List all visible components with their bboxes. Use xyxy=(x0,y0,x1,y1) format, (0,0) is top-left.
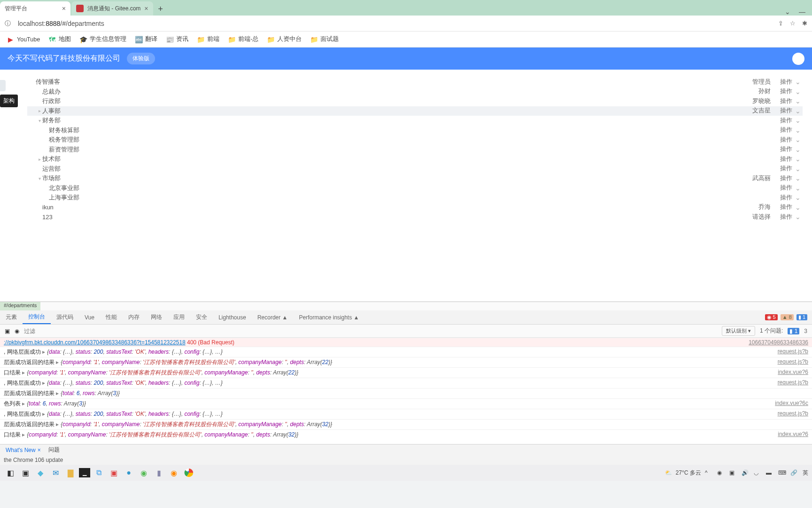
bookmark-item[interactable]: ▶YouTube xyxy=(7,36,40,43)
keyboard-icon[interactable]: ⌨ xyxy=(778,469,787,476)
app-icon[interactable]: ◉ xyxy=(137,466,150,479)
expand-icon[interactable]: ▸ xyxy=(37,157,42,162)
expand-icon[interactable]: ▸ xyxy=(22,369,25,376)
chevron-down-icon[interactable]: ⌄ xyxy=(795,136,803,143)
chevron-down-icon[interactable]: ⌄ xyxy=(795,204,803,211)
tree-row[interactable]: ▸ 技术部 操作 ⌄ xyxy=(27,154,803,164)
tree-row[interactable]: 薪资管理部 操作 ⌄ xyxy=(27,145,803,155)
action-button[interactable]: 操作 xyxy=(780,165,792,173)
log-source[interactable]: request.js?b xyxy=(778,410,808,418)
console-log-line[interactable]: 口结果 ▸{companyId: '1', companyName: '江苏传智… xyxy=(0,367,812,378)
action-button[interactable]: 操作 xyxy=(780,117,792,125)
log-source[interactable]: request.js?b xyxy=(778,379,808,387)
ime-indicator[interactable]: 英 xyxy=(803,469,808,477)
tree-row[interactable]: ▸ 人事部 文吉星 操作 ⌄ xyxy=(27,106,803,116)
devtools-tab[interactable]: Recorder ▲ xyxy=(252,310,294,324)
tree-row[interactable]: ikun 乔海 操作 ⌄ xyxy=(27,203,803,213)
action-button[interactable]: 操作 xyxy=(780,145,792,153)
chevron-down-icon[interactable]: ⌄ xyxy=(795,165,803,173)
chevron-up-icon[interactable]: ^ xyxy=(705,469,713,476)
action-button[interactable]: 操作 xyxy=(780,107,792,115)
drawer-tab-issues[interactable]: 问题 xyxy=(46,444,62,455)
bookmark-item[interactable]: 📁前端 xyxy=(197,35,219,43)
start-icon[interactable]: ◧ xyxy=(4,466,17,479)
expand-icon[interactable]: ▸ xyxy=(42,411,45,417)
console-log-line[interactable]: 层面成功返回的结果 ▸{companyId: '1', companyName:… xyxy=(0,419,812,429)
browser-tab[interactable]: 消息通知 - Gitee.com × xyxy=(71,1,153,16)
action-button[interactable]: 操作 xyxy=(780,97,792,105)
devtools-tab[interactable]: Vue xyxy=(79,310,100,324)
mail-icon[interactable]: ✉ xyxy=(49,466,62,479)
expand-icon[interactable]: ▸ xyxy=(42,349,45,355)
battery-icon[interactable]: ▬ xyxy=(766,469,774,476)
firefox-icon[interactable]: ◉ xyxy=(167,466,180,479)
sidebar-collapsed[interactable] xyxy=(0,80,6,91)
tree-row[interactable]: ▾ 市场部 武高丽 操作 ⌄ xyxy=(27,174,803,183)
tree-row[interactable]: ▾ 财务部 操作 ⌄ xyxy=(27,116,803,126)
chevron-down-icon[interactable]: ⌄ xyxy=(795,127,803,134)
devtools-tab[interactable]: 安全 xyxy=(190,310,213,324)
tree-row[interactable]: 传智播客 管理员 操作 ⌄ xyxy=(27,77,803,87)
tree-row[interactable]: 北京事业部 操作 ⌄ xyxy=(27,183,803,193)
bookmark-item[interactable]: 📁面试题 xyxy=(310,35,339,43)
extensions-icon[interactable]: ✱ xyxy=(802,20,807,27)
expand-icon[interactable]: ▸ xyxy=(37,108,42,113)
tree-row[interactable]: 运营部 操作 ⌄ xyxy=(27,164,803,174)
expand-icon[interactable]: ▸ xyxy=(56,390,59,397)
wifi-icon[interactable]: ◡ xyxy=(754,469,762,476)
bookmark-icon[interactable]: ☆ xyxy=(790,20,796,27)
expand-icon[interactable]: ▸ xyxy=(22,400,25,407)
bookmark-item[interactable]: 🔤翻译 xyxy=(135,35,157,43)
expand-icon[interactable]: ▸ xyxy=(56,359,59,365)
action-button[interactable]: 操作 xyxy=(780,184,792,192)
action-button[interactable]: 操作 xyxy=(780,126,792,134)
url-field[interactable]: localhost:8888/#/departments xyxy=(18,20,773,27)
tray-icon[interactable]: ◉ xyxy=(717,469,726,476)
devtools-tab[interactable]: Performance insights ▲ xyxy=(293,310,365,324)
expand-icon[interactable]: ▾ xyxy=(37,118,42,123)
chevron-down-icon[interactable]: ⌄ xyxy=(785,8,790,16)
weather-text[interactable]: 27°C 多云 xyxy=(676,469,701,477)
info-icon[interactable]: ⓘ xyxy=(5,19,13,28)
link-icon[interactable]: 🔗 xyxy=(790,469,799,476)
devtools-tab[interactable]: 应用 xyxy=(168,310,190,324)
action-button[interactable]: 操作 xyxy=(780,175,792,183)
tree-row[interactable]: 上海事业部 操作 ⌄ xyxy=(27,193,803,203)
filter-input[interactable] xyxy=(24,328,717,334)
console-log-line[interactable]: 色列表 ▸{total: 6, rows: Array(3)}index.vue… xyxy=(0,398,812,409)
tree-row[interactable]: 123 请选择 操作 ⌄ xyxy=(27,212,803,222)
bookmark-item[interactable]: 📁前端-总 xyxy=(228,35,258,43)
bookmark-item[interactable]: 📁人资中台 xyxy=(267,35,302,43)
chevron-down-icon[interactable]: ⌄ xyxy=(795,184,803,192)
log-source[interactable]: index.vue?6 xyxy=(778,431,808,439)
chevron-down-icon[interactable]: ⌄ xyxy=(795,194,803,201)
warn-count[interactable]: ▲ 8 xyxy=(781,314,794,320)
console-log-line[interactable]: , 网络层面成功 ▸{data: {…}, status: 200, statu… xyxy=(0,347,812,357)
app-icon[interactable]: ▣ xyxy=(107,466,120,479)
weather-icon[interactable]: ⛅ xyxy=(665,469,672,476)
error-count[interactable]: ◉ 5 xyxy=(765,314,778,320)
devtools-tab[interactable]: 内存 xyxy=(123,310,145,324)
chevron-down-icon[interactable]: ⌄ xyxy=(795,213,803,221)
action-button[interactable]: 操作 xyxy=(780,87,792,95)
log-source[interactable]: request.js?b xyxy=(778,358,808,366)
app-icon[interactable]: ◆ xyxy=(34,466,47,479)
log-source[interactable]: 1066370498633486336 xyxy=(749,339,808,346)
close-icon[interactable]: × xyxy=(144,5,148,12)
source-file-tab[interactable]: #/departments xyxy=(0,302,40,310)
browser-tab-active[interactable]: 管理平台 × xyxy=(0,1,70,16)
console-log-line[interactable]: 口结果 ▸{companyId: '1', companyName: '江苏传智… xyxy=(0,429,812,440)
volume-icon[interactable]: 🔊 xyxy=(742,469,750,476)
terminal-icon[interactable]: ▁ xyxy=(79,468,90,477)
issue-badge[interactable]: ▮ 1 xyxy=(788,328,799,334)
console-log-line[interactable]: , 网络层面成功 ▸{data: {…}, status: 200, statu… xyxy=(0,378,812,388)
tray-icon[interactable]: ▣ xyxy=(729,469,738,476)
chevron-down-icon[interactable]: ⌄ xyxy=(795,175,803,182)
console-log-line[interactable]: 层面成功返回的结果 ▸{total: 6, rows: Array(3)} xyxy=(0,388,812,398)
close-icon[interactable]: × xyxy=(62,5,66,12)
eye-icon[interactable]: ◉ xyxy=(15,328,19,334)
tree-row[interactable]: 总裁办 孙财 操作 ⌄ xyxy=(27,87,803,97)
new-tab-button[interactable]: + xyxy=(154,2,167,16)
info-count[interactable]: ▮ 1 xyxy=(796,314,807,320)
console-log-line[interactable]: ://pkbivgfrm.bkt.clouddn.com/10663704986… xyxy=(0,338,812,347)
